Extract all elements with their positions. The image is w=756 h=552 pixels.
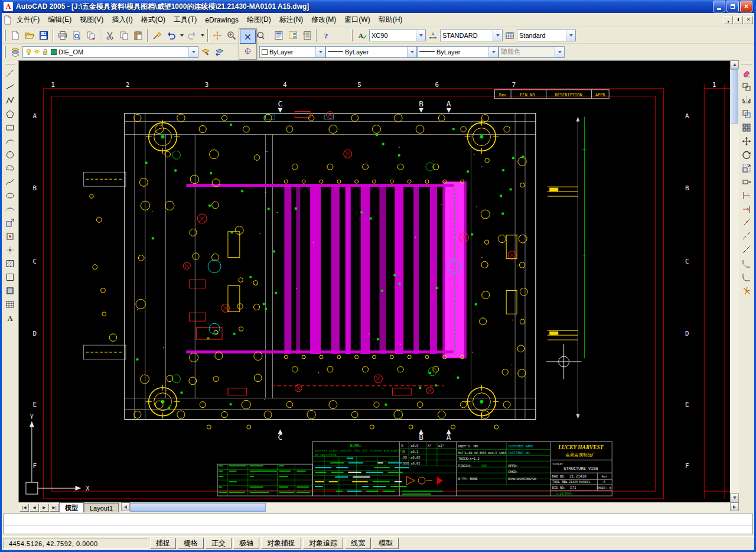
rotate-button[interactable] bbox=[739, 148, 754, 161]
extend-button[interactable] bbox=[739, 202, 754, 216]
table-style-combo[interactable]: Standard bbox=[517, 30, 576, 41]
tab-last-button[interactable]: ▶| bbox=[50, 504, 59, 512]
polygon-button[interactable] bbox=[3, 107, 17, 121]
horizontal-scrollbar[interactable] bbox=[121, 502, 739, 512]
menu-edit[interactable]: 编辑(E) bbox=[44, 13, 76, 27]
grid-toggle[interactable]: 栅格 bbox=[178, 538, 204, 549]
offset-button[interactable] bbox=[739, 107, 754, 121]
layer-previous-button[interactable] bbox=[213, 45, 227, 59]
toolbar-grip[interactable] bbox=[5, 63, 15, 64]
lineweight-control-combo[interactable]: ByLayer bbox=[417, 46, 498, 58]
menu-modify[interactable]: 修改(M) bbox=[307, 13, 340, 27]
linetype-control-combo[interactable]: ByLayer bbox=[325, 46, 417, 58]
copy-button[interactable] bbox=[117, 28, 131, 43]
trim-button[interactable] bbox=[739, 189, 754, 202]
coordinate-readout[interactable]: 4454.5126, 42.7592, 0.0000 bbox=[4, 538, 148, 549]
make-object-layer-current-button[interactable] bbox=[198, 45, 213, 59]
vertical-scroll-thumb[interactable] bbox=[731, 69, 738, 124]
rectangle-button[interactable] bbox=[3, 121, 17, 134]
save-button[interactable] bbox=[37, 28, 51, 43]
menu-format[interactable]: 格式(O) bbox=[137, 13, 170, 27]
open-button[interactable] bbox=[22, 28, 37, 43]
menu-window[interactable]: 窗口(W) bbox=[340, 13, 374, 27]
dim-style-combo[interactable]: STANDARD bbox=[440, 30, 503, 41]
lock-icon[interactable] bbox=[41, 48, 49, 56]
tab-model[interactable]: 模型 bbox=[59, 502, 84, 512]
tool-palettes-button[interactable] bbox=[300, 28, 314, 43]
layer-combo[interactable]: DIE_OM bbox=[22, 46, 198, 58]
ellipse-button[interactable] bbox=[3, 189, 17, 202]
scroll-left-button[interactable] bbox=[121, 502, 130, 511]
paste-button[interactable] bbox=[131, 28, 145, 43]
drawing-viewport[interactable]: 1 2 3 4 5 6 7 1 A B C D E bbox=[19, 61, 730, 502]
toolbar-grip[interactable] bbox=[4, 30, 6, 41]
window-close-button[interactable]: × bbox=[740, 1, 752, 12]
menu-dimension[interactable]: 标注(N) bbox=[275, 13, 308, 27]
command-history[interactable] bbox=[4, 514, 752, 525]
tab-previous-button[interactable]: ◀ bbox=[30, 504, 39, 512]
copy-object-button[interactable] bbox=[739, 80, 754, 93]
window-restore-button[interactable] bbox=[726, 1, 739, 12]
osnap-toggle[interactable]: 对象捕捉 bbox=[261, 538, 301, 549]
multiline-text-button[interactable] bbox=[3, 311, 17, 324]
match-properties-button[interactable] bbox=[150, 28, 164, 43]
ellipse-arc-button[interactable] bbox=[3, 202, 17, 216]
toolbar-grip[interactable] bbox=[741, 63, 752, 64]
erase-button[interactable] bbox=[739, 66, 754, 80]
redo-button[interactable] bbox=[185, 28, 199, 43]
publish-button[interactable] bbox=[84, 28, 98, 43]
undo-button[interactable] bbox=[164, 28, 178, 43]
tab-next-button[interactable]: ▶ bbox=[40, 504, 49, 512]
document-minimize-button[interactable] bbox=[724, 16, 733, 24]
undo-dropdown[interactable] bbox=[178, 28, 185, 43]
lineweight-toggle[interactable]: 线宽 bbox=[345, 538, 371, 549]
horizontal-scroll-track[interactable] bbox=[266, 502, 730, 512]
plot-button[interactable] bbox=[56, 28, 70, 43]
floating-target-button[interactable] bbox=[240, 44, 256, 58]
tab-first-button[interactable]: |◀ bbox=[19, 504, 29, 512]
polar-toggle[interactable]: 极轴 bbox=[233, 538, 259, 549]
properties-button[interactable] bbox=[272, 28, 286, 43]
chevron-down-icon[interactable] bbox=[416, 30, 425, 41]
line-button[interactable] bbox=[3, 66, 17, 80]
toolbar-grip[interactable] bbox=[4, 46, 6, 58]
snap-toggle[interactable]: 捕捉 bbox=[150, 538, 176, 549]
cut-button[interactable] bbox=[103, 28, 117, 43]
spline-button[interactable] bbox=[3, 175, 17, 189]
polyline-button[interactable] bbox=[3, 93, 17, 107]
chevron-down-icon[interactable] bbox=[566, 30, 575, 41]
menu-help[interactable]: 帮助(H) bbox=[374, 13, 407, 27]
chevron-down-icon[interactable] bbox=[407, 47, 416, 57]
otrack-toggle[interactable]: 对象追踪 bbox=[303, 538, 343, 549]
table-button[interactable] bbox=[3, 297, 17, 311]
floating-erase-x-button[interactable] bbox=[240, 30, 256, 44]
menu-insert[interactable]: 插入(I) bbox=[107, 13, 136, 27]
array-button[interactable] bbox=[739, 121, 754, 134]
zoom-realtime-button[interactable] bbox=[224, 28, 239, 43]
chevron-down-icon[interactable] bbox=[493, 30, 502, 41]
move-button[interactable] bbox=[739, 134, 754, 148]
menu-edrawings[interactable]: eDrawings bbox=[201, 14, 243, 26]
point-button[interactable] bbox=[3, 243, 17, 256]
arc-button[interactable] bbox=[3, 134, 17, 148]
break-button[interactable] bbox=[739, 229, 754, 243]
command-input[interactable] bbox=[4, 525, 752, 534]
chevron-down-icon[interactable] bbox=[488, 47, 498, 57]
chamfer-button[interactable] bbox=[739, 256, 754, 270]
layer-properties-manager-button[interactable] bbox=[8, 45, 22, 59]
color-control-combo[interactable]: ByLayer bbox=[259, 46, 325, 58]
menu-view[interactable]: 视图(V) bbox=[76, 13, 107, 27]
scroll-up-button[interactable] bbox=[730, 60, 739, 69]
horizontal-scroll-thumb[interactable] bbox=[130, 503, 266, 512]
break-at-point-button[interactable] bbox=[739, 216, 754, 229]
chevron-down-icon[interactable] bbox=[315, 47, 325, 57]
join-button[interactable] bbox=[739, 243, 754, 256]
menu-draw[interactable]: 绘图(D) bbox=[243, 13, 275, 27]
tab-layout1[interactable]: Layout1 bbox=[84, 503, 119, 512]
document-close-button[interactable]: × bbox=[744, 16, 753, 24]
chevron-down-icon[interactable] bbox=[188, 47, 198, 57]
lightbulb-icon[interactable] bbox=[25, 48, 32, 56]
revision-cloud-button[interactable] bbox=[3, 161, 17, 175]
pan-button[interactable] bbox=[210, 28, 224, 43]
designcenter-button[interactable] bbox=[286, 28, 300, 43]
